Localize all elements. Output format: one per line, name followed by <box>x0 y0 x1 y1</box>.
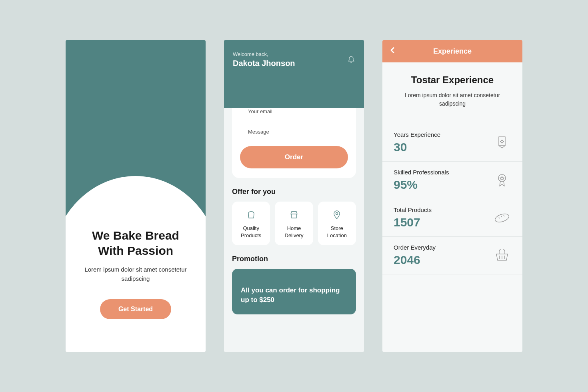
bread-loaf-icon <box>493 212 511 224</box>
ribbon-icon <box>493 136 511 150</box>
stat-value: 1507 <box>394 216 493 229</box>
back-icon[interactable] <box>390 47 395 56</box>
message-field[interactable]: Message <box>240 126 348 146</box>
offer-label: Store Location <box>320 225 354 239</box>
stat-value: 95% <box>394 178 493 192</box>
stat-skilled-professionals: Skilled Professionals 95% <box>382 162 522 199</box>
user-name: Dakota Jhonson <box>233 59 355 68</box>
hero-background <box>66 40 206 224</box>
store-icon <box>277 209 310 221</box>
welcome-label: Welcome back, <box>233 51 355 57</box>
basket-icon <box>493 249 511 262</box>
home-header: Welcome back, Dakota Jhonson <box>224 40 364 108</box>
experience-header: Experience <box>382 40 522 62</box>
promotion-section-title: Promotion <box>232 255 356 263</box>
stat-label: Total Products <box>394 206 493 213</box>
award-icon <box>493 173 511 188</box>
offer-label: Quality Products <box>234 225 268 239</box>
stat-label: Order Everyday <box>394 244 493 251</box>
stat-order-everyday: Order Everyday 2046 <box>382 237 522 274</box>
email-field[interactable]: Your email <box>240 105 348 126</box>
experience-title: Tostar Experience <box>394 74 510 86</box>
offer-store-location[interactable]: Store Location <box>318 202 356 245</box>
landing-content: We Bake Bread With Passion Lorem ipsum d… <box>66 228 206 319</box>
offers-row: Quality Products Home Delivery Store Loc… <box>224 202 364 245</box>
stat-label: Skilled Professionals <box>394 169 493 176</box>
svg-point-0 <box>336 213 338 215</box>
landing-screen: We Bake Bread With Passion Lorem ipsum d… <box>66 40 206 352</box>
experience-intro: Tostar Experience Lorem ipsum dolor sit … <box>382 62 522 124</box>
pin-icon <box>320 209 354 221</box>
bread-icon <box>234 209 268 221</box>
promotion-card[interactable]: All you can order for shopping up to $25… <box>232 269 356 314</box>
stat-value: 2046 <box>394 253 493 267</box>
stat-label: Years Experience <box>394 131 493 138</box>
bell-icon[interactable] <box>347 54 355 65</box>
order-button[interactable]: Order <box>240 146 348 168</box>
offer-home-delivery[interactable]: Home Delivery <box>275 202 313 245</box>
offer-quality-products[interactable]: Quality Products <box>232 202 270 245</box>
home-screen: Welcome back, Dakota Jhonson Custom Prod… <box>224 40 364 352</box>
promotion-text: All you can order for shopping up to $25… <box>241 286 340 304</box>
svg-point-2 <box>498 174 506 182</box>
experience-header-title: Experience <box>433 47 472 56</box>
stat-years-experience: Years Experience 30 <box>382 124 522 162</box>
landing-subtitle: Lorem ipsum dolor sit amet consetetur sa… <box>82 265 190 283</box>
get-started-button[interactable]: Get Started <box>100 299 171 319</box>
offer-label: Home Delivery <box>277 225 310 239</box>
stat-value: 30 <box>394 140 493 154</box>
landing-title: We Bake Bread With Passion <box>82 228 190 258</box>
svg-point-3 <box>494 212 510 224</box>
experience-screen: Experience Tostar Experience Lorem ipsum… <box>382 40 522 352</box>
svg-rect-1 <box>499 137 505 146</box>
offer-section-title: Offer for you <box>232 188 356 196</box>
stat-total-products: Total Products 1507 <box>382 199 522 237</box>
experience-subtitle: Lorem ipsum dolor sit amet consetetur sa… <box>394 91 510 108</box>
